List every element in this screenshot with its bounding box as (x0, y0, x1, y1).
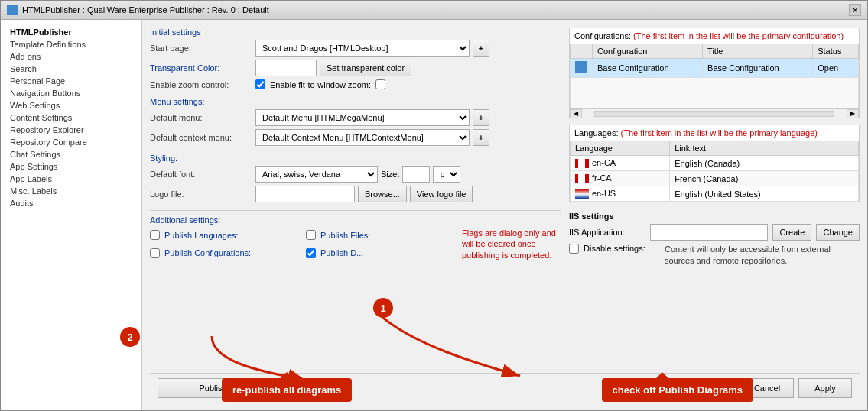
scroll-left-arrow[interactable]: ◀ (570, 109, 582, 118)
initial-settings-label: Initial settings (150, 28, 561, 37)
languages-title-note: (The first item in the list will be the … (621, 128, 818, 138)
sidebar-item-web-settings[interactable]: Web Settings (4, 99, 138, 112)
config-row-1[interactable]: Base Configuration Base Configuration Op… (571, 59, 859, 78)
col-status: Status (813, 44, 859, 59)
sidebar-item-app-labels[interactable]: App Labels (4, 173, 138, 185)
configurations-title: Configurations: (574, 31, 633, 40)
view-button[interactable]: View (275, 378, 336, 398)
publish-configurations-checkbox[interactable] (150, 248, 160, 258)
set-transparent-button[interactable]: Set transparent color (320, 60, 411, 76)
styling-label: Styling: (150, 154, 561, 163)
config-row-1-configuration: Base Configuration (593, 59, 703, 78)
scroll-right-arrow[interactable]: ▶ (847, 109, 859, 118)
default-context-add-button[interactable]: + (473, 129, 489, 146)
sidebar-item-template-definitions[interactable]: Template Definitions (4, 38, 138, 50)
default-context-label: Default context menu: (150, 133, 249, 142)
publish-files-checkbox[interactable] (306, 230, 316, 240)
col-language: Language (571, 141, 670, 156)
config-row-1-status: Open (813, 59, 859, 78)
lang-en-ca: en-CA (592, 158, 616, 167)
publish-files-label: Publish Files: (320, 231, 370, 240)
start-page-add-button[interactable]: + (473, 40, 489, 57)
publish-languages-checkbox[interactable] (150, 230, 160, 240)
configurations-title-note: (The first item in the list will be the … (633, 31, 844, 40)
enable-fit-label: Enable fit-to-window zoom: (270, 80, 371, 89)
settings-panel: Initial settings Start page: Scott and D… (150, 28, 561, 367)
titlebar: HTMLPublisher : QualiWare Enterprise Pub… (1, 1, 867, 20)
iis-create-button[interactable]: Create (772, 224, 811, 241)
default-font-label: Default font: (150, 170, 249, 179)
sidebar-item-add-ons[interactable]: Add ons (4, 50, 138, 63)
col-link-text: Link text (670, 141, 859, 156)
sidebar-item-audits[interactable]: Audits (4, 197, 138, 209)
enable-zoom-label: Enable zoom control: (150, 80, 249, 89)
cancel-button[interactable]: Cancel (740, 378, 794, 398)
sidebar-item-repository-explorer[interactable]: Repository Explorer (4, 124, 138, 136)
sidebar-item-chat-settings[interactable]: Chat Settings (4, 148, 138, 160)
enable-fit-checkbox[interactable] (375, 79, 385, 89)
lang-fr-ca: fr-CA (592, 173, 612, 183)
default-menu-dropdown[interactable]: Default Menu [HTMLMegaMenu] (255, 109, 470, 126)
sidebar-item-search[interactable]: Search (4, 63, 138, 75)
window-title: HTMLPublisher : QualiWare Enterprise Pub… (22, 5, 269, 15)
disable-settings-label: Disable settings: (584, 244, 660, 253)
sidebar-item-repository-compare[interactable]: Repository Compare (4, 136, 138, 148)
default-menu-label: Default menu: (150, 113, 249, 122)
configurations-table: Configuration Title Status Base Configur… (570, 44, 859, 108)
default-menu-add-button[interactable]: + (473, 109, 489, 126)
col-title: Title (703, 44, 813, 59)
sidebar-item-content-settings[interactable]: Content Settings (4, 112, 138, 124)
sidebar-item-htmlpublisher[interactable]: HTMLPublisher (4, 26, 138, 38)
config-panel: Configurations: (The first item in the l… (569, 28, 860, 367)
flags-text: Flags are dialog only and will be cleare… (462, 228, 561, 261)
publish-diagrams-label: Publish D... (320, 248, 363, 257)
configurations-section: Configurations: (The first item in the l… (569, 28, 860, 118)
size-unit-dropdown[interactable]: pt (433, 166, 460, 183)
lang-row-en-us[interactable]: en-US English (United States) (571, 186, 859, 202)
transparent-color-label: Transparent Color: (150, 63, 249, 73)
iis-settings-section: IIS settings IIS Application: CR_Testing… (569, 212, 860, 266)
publish-configurations-label: Publish Configurations: (164, 248, 251, 257)
iis-application-input[interactable]: CR_Testing (650, 224, 768, 241)
scrollbar-track[interactable] (594, 111, 834, 117)
additional-settings-label: Additional settings: (150, 215, 561, 225)
iis-title: IIS settings (569, 212, 860, 221)
lang-row-fr-ca[interactable]: fr-CA French (Canada) (571, 171, 859, 186)
iis-application-label: IIS Application: (569, 228, 645, 237)
languages-table: Language Link text en-CA English (Canada… (570, 141, 859, 202)
lang-fr-ca-text: French (Canada) (670, 171, 859, 186)
disable-settings-text: Content will only be accessible from ext… (665, 244, 860, 266)
view-logo-button[interactable]: View logo file (410, 186, 473, 202)
transparent-color-input[interactable]: #FFFFFF (255, 60, 317, 76)
lang-row-en-ca[interactable]: en-CA English (Canada) (571, 156, 859, 171)
close-button[interactable]: ✕ (849, 4, 861, 16)
size-label: Size: (381, 170, 399, 179)
start-page-dropdown[interactable]: Scott and Dragos [HTMLDesktop] (255, 40, 470, 57)
default-font-dropdown[interactable]: Arial, swiss, Verdana (255, 166, 378, 183)
disable-settings-checkbox[interactable] (569, 244, 579, 254)
content-area: Initial settings Start page: Scott and D… (142, 20, 867, 410)
iis-change-button[interactable]: Change (816, 224, 860, 241)
flag-en-ca (575, 159, 589, 168)
config-row-1-title: Base Configuration (703, 59, 813, 78)
logo-file-input[interactable]: CloseReach logo V3 (255, 186, 355, 202)
publish-languages-label: Publish Languages: (164, 231, 239, 240)
publish-diagrams-checkbox[interactable] (306, 248, 316, 258)
sidebar-item-navigation-buttons[interactable]: Navigation Buttons (4, 87, 138, 99)
flag-fr-ca (575, 174, 589, 183)
sidebar-item-misc-labels[interactable]: Misc. Labels (4, 185, 138, 197)
browse-button[interactable]: Browse... (358, 186, 407, 202)
publish-button[interactable]: Publish (158, 378, 268, 398)
size-input[interactable]: 9 (402, 166, 430, 183)
start-page-label: Start page: (150, 44, 249, 53)
sidebar-item-personal-page[interactable]: Personal Page (4, 75, 138, 87)
lang-en-us-text: English (United States) (670, 186, 859, 202)
apply-button[interactable]: Apply (798, 378, 852, 398)
default-context-dropdown[interactable]: Default Context Menu [HTMLContextMenu] (255, 129, 470, 146)
flag-en-us (575, 189, 589, 199)
lang-en-ca-text: English (Canada) (670, 156, 859, 171)
languages-section: Languages: (The first item in the list w… (569, 125, 860, 202)
sidebar-item-app-settings[interactable]: App Settings (4, 160, 138, 173)
enable-zoom-checkbox[interactable] (255, 79, 265, 89)
ok-button[interactable]: OK (682, 378, 736, 398)
